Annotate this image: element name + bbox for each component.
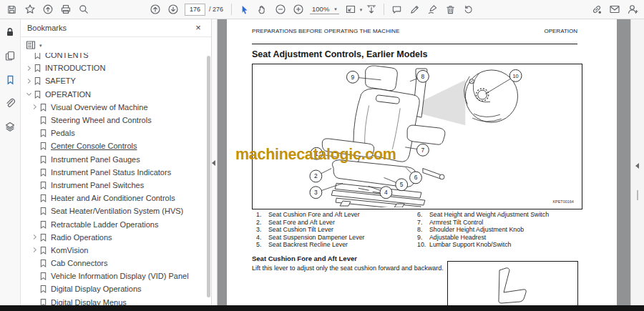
bookmark-item-label: Retractable Ladder Operations (51, 220, 158, 229)
legend-row: 5.Seat Backrest Recline Lever (256, 241, 414, 249)
fit-page-button[interactable] (342, 1, 360, 18)
account-icon (627, 4, 638, 15)
legend-number: 1. (256, 211, 268, 219)
zoom-out-button[interactable] (271, 1, 289, 18)
caret-down-icon: ▾ (334, 6, 337, 11)
bookmark-item[interactable]: OPERATION (20, 88, 205, 101)
search-button[interactable] (74, 1, 92, 18)
right-panel-handle[interactable] (637, 190, 638, 200)
legend-row: 3.Seat Cushion Tilt Lever (256, 226, 414, 234)
page-scroll-icon (366, 4, 377, 15)
bookmark-options-icon[interactable] (26, 40, 36, 50)
hand-tool-button[interactable] (253, 1, 271, 18)
bookmark-icon (39, 116, 48, 124)
lock-icon (4, 26, 16, 38)
bookmark-icon (33, 90, 42, 99)
bookmark-item[interactable]: SAFETY (20, 74, 205, 87)
bookmark-item[interactable]: KomVision (20, 244, 205, 257)
bookmark-item[interactable]: Digital Display Menus (20, 296, 205, 305)
bookmark-item[interactable]: Pedals (20, 127, 205, 139)
bookmark-item[interactable]: Heater and Air Conditioner Controls (20, 192, 205, 204)
comment-button[interactable] (388, 1, 406, 18)
share-upload-button[interactable] (39, 1, 57, 18)
trash-icon (445, 4, 456, 15)
highlight-button[interactable] (406, 1, 424, 18)
expand-right-panel-arrow-icon[interactable] (635, 163, 639, 169)
legend-number: 9. (417, 234, 429, 242)
bookmark-item-label: INTRODUCTION (45, 64, 105, 72)
bookmarks-panel-button[interactable] (3, 72, 17, 87)
bookmark-item[interactable]: Steering Wheel and Controls (20, 114, 205, 127)
share-link-button[interactable] (587, 1, 605, 18)
bookmark-item[interactable]: Seat Heater/Ventilation System (HVS) (20, 204, 205, 217)
bookmark-item[interactable]: Visual Overview of Machine (20, 101, 205, 114)
bookmark-item[interactable]: Instrument Panel Status Indicators (20, 166, 205, 179)
chevron-right-icon[interactable] (30, 247, 39, 253)
printer-icon (60, 4, 72, 15)
bookmark-item[interactable]: Instrument Panel Gauges (20, 153, 205, 166)
caret-down-icon[interactable]: ▾ (39, 43, 42, 48)
star-button[interactable] (21, 1, 39, 18)
bookmark-item[interactable]: Instrument Panel Switches (20, 179, 205, 192)
undo-button[interactable] (459, 1, 477, 18)
zoom-in-button[interactable] (289, 1, 307, 18)
chevron-right-icon[interactable] (24, 65, 33, 71)
bookmark-item-label: Instrument Panel Switches (51, 181, 144, 189)
chevron-right-icon[interactable] (24, 78, 33, 84)
security-panel-button[interactable] (3, 25, 17, 39)
legend-number: 5. (256, 241, 268, 249)
section-body: Lift this lever to adjust only the seat … (252, 265, 452, 273)
collapse-left-arrow-icon[interactable] (212, 160, 215, 166)
zoom-level-select[interactable]: 100% ▾ (310, 4, 339, 14)
previous-page-button[interactable] (146, 1, 164, 18)
minus-circle-icon (275, 4, 286, 15)
bookmark-item-label: Digital Display Menus (51, 298, 127, 305)
bookmark-item[interactable]: Radio Operations (20, 231, 205, 244)
legend-number: 3. (256, 226, 268, 234)
toolbar-nav-group: / 276 100% ▾ ▾ (146, 0, 477, 19)
bookmark-item[interactable]: Vehicle Information Display (VID) Panel (20, 270, 205, 282)
chevron-right-icon[interactable] (30, 104, 39, 110)
chevron-right-icon[interactable] (30, 234, 39, 240)
next-page-button[interactable] (164, 1, 182, 18)
legend-row: 8.Shoulder Height Adjustment Knob (417, 226, 596, 234)
toolbar-divider (231, 4, 232, 15)
bookmark-item-label: CONTENTS (45, 53, 89, 59)
page-number-input[interactable] (185, 4, 205, 16)
seat-figure-svg: 12345678910 KPET00164 (253, 64, 580, 207)
bookmark-item[interactable]: Center Console Controls (20, 139, 205, 152)
legend-row: 4.Seat Suspension Dampener Lever (256, 234, 414, 242)
email-button[interactable] (605, 1, 623, 18)
bookmark-item-label: OPERATION (45, 90, 91, 99)
legend-text: Seat Suspension Dampener Lever (268, 234, 364, 242)
bookmark-item[interactable]: Retractable Ladder Operations (20, 217, 205, 230)
bookmark-icon (39, 168, 48, 177)
chevron-down-icon[interactable] (24, 91, 33, 97)
bookmark-item-label: Digital Display Operations (51, 285, 142, 293)
bookmarks-scrollbar[interactable] (207, 56, 210, 297)
close-icon[interactable]: × (192, 22, 204, 33)
pages-icon (4, 50, 16, 61)
legend-text: Adjustable Headrest (429, 234, 486, 242)
bookmark-item-label: Vehicle Information Display (VID) Panel (51, 272, 189, 280)
legend-row: 9.Adjustable Headrest (417, 234, 596, 242)
page-display-button[interactable] (362, 1, 380, 18)
bottom-bar (0, 305, 644, 311)
callout-number: 1 (315, 150, 318, 157)
bookmark-item[interactable]: INTRODUCTION (20, 61, 205, 74)
layers-panel-button[interactable] (3, 119, 17, 134)
delete-button[interactable] (441, 1, 459, 18)
attachments-panel-button[interactable] (3, 96, 17, 110)
bookmark-icon (39, 246, 48, 255)
pages-panel-button[interactable] (3, 49, 17, 63)
select-tool-button[interactable] (235, 1, 253, 18)
bookmark-item[interactable]: CONTENTS (20, 53, 205, 61)
callout-number: 3 (314, 189, 318, 196)
sign-button[interactable] (424, 1, 441, 18)
bookmark-item[interactable]: Cab Connectors (20, 257, 205, 270)
account-button[interactable] (623, 1, 641, 18)
bookmark-item[interactable]: Digital Display Operations (20, 282, 205, 295)
save-button[interactable] (3, 1, 21, 18)
print-button[interactable] (57, 1, 74, 18)
bookmark-item-label: SAFETY (45, 76, 76, 85)
